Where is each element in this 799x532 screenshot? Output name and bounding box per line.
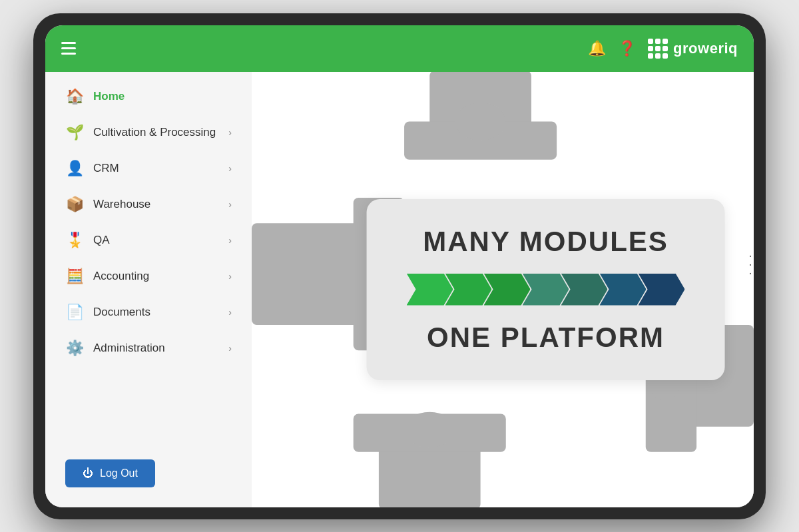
arrow-1 [407,274,453,306]
main-subheadline: ONE PLATFORM [407,322,685,354]
help-icon[interactable]: ❓ [618,40,636,57]
main-headline: MANY MODULES [407,226,685,258]
center-card: MANY MODULES ONE PLATFORM [367,199,725,380]
admin-icon: ⚙️ [65,340,84,357]
content-area: 🏠 Home 🌱 Cultivation & Processing › 👤 CR… [45,72,754,507]
header-right: 🔔 ❓ groweriq [588,39,738,59]
brand-grid-icon [648,39,668,59]
accounting-icon: 🧮 [65,268,84,285]
chevron-right-icon: › [228,343,232,354]
warehouse-icon: 📦 [65,196,84,213]
sidebar-label-administration: Administration [93,342,219,355]
power-icon: ⏻ [83,467,93,479]
chevron-right-icon: › [228,307,232,318]
brand: groweriq [648,39,738,59]
sidebar-label-documents: Documents [93,306,219,319]
sidebar-label-accounting: Accounting [93,270,219,283]
svg-point-8 [404,411,455,447]
qa-icon: 🎖️ [65,232,84,249]
logout-label: Log Out [100,467,138,479]
sidebar-item-crm[interactable]: 👤 CRM › [45,150,252,186]
sidebar-item-warehouse[interactable]: 📦 Warehouse › [45,186,252,222]
crm-icon: 👤 [65,160,84,177]
header: 🔔 ❓ groweriq [45,25,754,72]
sidebar-item-home[interactable]: 🏠 Home [45,79,252,115]
logout-button[interactable]: ⏻ Log Out [65,459,155,487]
sidebar-label-qa: QA [93,234,219,247]
sidebar-item-accounting[interactable]: 🧮 Accounting › [45,258,252,294]
brand-name: groweriq [673,40,738,57]
cultivation-icon: 🌱 [65,124,84,141]
sidebar-label-cultivation: Cultivation & Processing [93,126,219,139]
sidebar-label-warehouse: Warehouse [93,198,219,211]
sidebar-item-qa[interactable]: 🎖️ QA › [45,222,252,258]
main-content: MANY MODULES ONE PLATFORM [252,72,754,507]
chevron-right-icon: › [228,127,232,138]
home-icon: 🏠 [65,88,84,105]
sidebar-item-cultivation[interactable]: 🌱 Cultivation & Processing › [45,115,252,150]
sidebar-item-documents[interactable]: 📄 Documents › [45,294,252,330]
sidebar: 🏠 Home 🌱 Cultivation & Processing › 👤 CR… [45,72,252,507]
chevron-right-icon: › [228,163,232,174]
tablet-frame: 🔔 ❓ groweriq 🏠 Home [33,13,766,519]
sidebar-item-administration[interactable]: ⚙️ Administration › [45,330,252,366]
documents-icon: 📄 [65,304,84,321]
logout-area: ⏻ Log Out [45,446,252,501]
chevron-right-icon: › [228,235,232,246]
chevron-right-icon: › [228,271,232,282]
svg-point-2 [455,102,505,140]
hamburger-menu[interactable] [61,42,76,55]
tablet-screen: 🔔 ❓ groweriq 🏠 Home [45,25,754,507]
bell-icon[interactable]: 🔔 [588,40,606,57]
sidebar-label-crm: CRM [93,162,219,175]
sidebar-label-home: Home [93,90,232,103]
arrows-row [407,274,685,306]
chevron-right-icon: › [228,199,232,210]
